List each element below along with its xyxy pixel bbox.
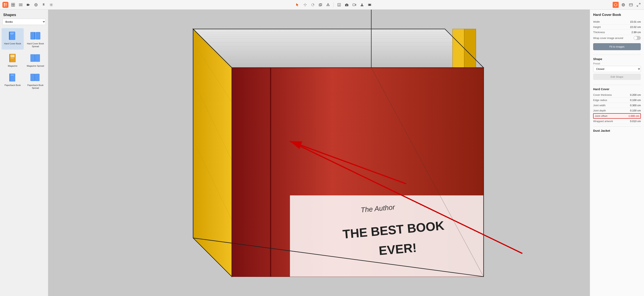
svg-rect-3 bbox=[6, 5, 7, 6]
svg-point-40 bbox=[362, 3, 362, 5]
camera-icon[interactable] bbox=[344, 2, 350, 8]
film-icon[interactable] bbox=[366, 2, 373, 8]
svg-rect-7 bbox=[13, 5, 15, 6]
preset-select[interactable]: Closed Open Half Open bbox=[593, 66, 641, 72]
joint-width-row: Joint width 0.300 cm bbox=[593, 103, 641, 108]
book-type-title: Hard Cover Book bbox=[593, 13, 641, 17]
width-row: Width 15.01 cm bbox=[593, 19, 641, 24]
section-divider-2 bbox=[593, 85, 641, 85]
menu-icon[interactable] bbox=[18, 2, 24, 8]
paperback-book-spread-icon bbox=[30, 72, 41, 83]
sun-icon[interactable] bbox=[48, 2, 54, 8]
shape-item-paperback-book[interactable]: Paperback Book bbox=[2, 70, 24, 91]
joint-offset-row: Joint offset 1.000 cm bbox=[593, 113, 641, 119]
left-panel: Shapes Books Hard Cover Book bbox=[0, 10, 48, 296]
expand-icon[interactable] bbox=[636, 2, 642, 8]
settings-icon[interactable] bbox=[40, 2, 47, 8]
height-label: Height bbox=[593, 25, 601, 28]
width-label: Width bbox=[593, 20, 600, 23]
right-toolbar bbox=[613, 2, 642, 8]
shape-item-magazine-spread[interactable]: Magazine Spread bbox=[24, 50, 47, 69]
category-select[interactable]: Books bbox=[2, 19, 46, 25]
thickness-row: Thickness 2.99 cm bbox=[593, 30, 641, 35]
svg-rect-62 bbox=[10, 55, 14, 57]
cover-thickness-label: Cover thickness bbox=[593, 93, 612, 96]
svg-marker-84 bbox=[193, 29, 232, 277]
svg-rect-67 bbox=[10, 74, 15, 81]
svg-line-25 bbox=[50, 3, 50, 4]
import-icon[interactable] bbox=[336, 2, 342, 8]
svg-rect-65 bbox=[36, 54, 40, 62]
hard-cover-book-icon bbox=[7, 30, 18, 41]
shape-item-magazine[interactable]: Magazine bbox=[2, 50, 24, 69]
scale-tool[interactable] bbox=[318, 2, 324, 8]
thickness-value: 2.99 cm bbox=[632, 31, 641, 34]
joint-offset-label: Joint offset bbox=[594, 114, 608, 117]
rotate-tool[interactable] bbox=[310, 2, 316, 8]
shape-item-paperback-book-spread[interactable]: Paperback Book Spread bbox=[24, 70, 47, 91]
app-icon[interactable] bbox=[2, 2, 8, 8]
wrapped-artwork-row: Wrapped artwork 0.010 cm bbox=[593, 119, 641, 124]
hard-cover-book-label: Hard Cover Book bbox=[4, 42, 21, 45]
width-value: 15.01 cm bbox=[630, 20, 641, 23]
svg-point-13 bbox=[34, 3, 38, 6]
user-icon[interactable] bbox=[359, 2, 365, 8]
svg-rect-1 bbox=[6, 3, 7, 4]
shape-section-title: Shape bbox=[593, 57, 641, 61]
hard-cover-book-spread-label: Hard Cover Book Spread bbox=[26, 42, 46, 48]
svg-rect-57 bbox=[30, 32, 35, 39]
svg-rect-61 bbox=[10, 54, 10, 62]
edge-radius-value: 0.100 cm bbox=[630, 99, 641, 102]
svg-rect-68 bbox=[10, 74, 10, 81]
svg-rect-5 bbox=[13, 3, 15, 4]
shapes-grid: Hard Cover Book Hard Cover Book Spread bbox=[0, 27, 48, 92]
window-icon[interactable] bbox=[628, 2, 634, 8]
paperback-book-icon bbox=[7, 72, 18, 83]
select-tool[interactable] bbox=[294, 2, 300, 8]
book-3d-view: The Author THE BEST BOOK EVER! bbox=[48, 10, 590, 296]
fit-to-images-button[interactable]: Fit to images bbox=[593, 43, 641, 50]
svg-rect-41 bbox=[368, 4, 371, 6]
wrap-label: Wrap cover image around bbox=[593, 36, 623, 39]
canvas-area[interactable]: The Author THE BEST BOOK EVER! bbox=[48, 10, 590, 296]
edge-radius-label: Edge radius bbox=[593, 99, 607, 102]
svg-point-31 bbox=[312, 3, 314, 6]
svg-line-52 bbox=[637, 5, 638, 6]
height-row: Height 22.02 cm bbox=[593, 24, 641, 30]
shape-item-hard-cover-book[interactable]: Hard Cover Book bbox=[2, 28, 24, 50]
wrapped-artwork-value: 0.010 cm bbox=[630, 120, 641, 123]
globe-icon[interactable] bbox=[620, 2, 626, 8]
video-icon[interactable] bbox=[25, 2, 31, 8]
grid-icon[interactable] bbox=[10, 2, 16, 8]
svg-rect-39 bbox=[353, 4, 355, 6]
svg-rect-9 bbox=[19, 4, 22, 5]
dust-jacket-section-title: Dust Jacket bbox=[593, 129, 641, 132]
svg-line-26 bbox=[52, 6, 53, 6]
svg-rect-58 bbox=[34, 32, 36, 39]
svg-point-14 bbox=[36, 4, 36, 5]
edge-radius-row: Edge radius 0.100 cm bbox=[593, 98, 641, 103]
3d-icon[interactable] bbox=[613, 2, 619, 8]
svg-rect-43 bbox=[368, 5, 369, 5]
target-icon[interactable] bbox=[33, 2, 39, 8]
transform-tool[interactable] bbox=[325, 2, 331, 8]
wrap-toggle[interactable] bbox=[634, 36, 641, 40]
main-layout: Shapes Books Hard Cover Book bbox=[0, 10, 644, 296]
right-panel: Hard Cover Book Width 15.01 cm Height 22… bbox=[590, 10, 644, 296]
shape-item-hard-cover-book-spread[interactable]: Hard Cover Book Spread bbox=[24, 28, 47, 50]
joint-width-value: 0.300 cm bbox=[630, 104, 641, 107]
svg-point-20 bbox=[51, 4, 52, 5]
svg-marker-30 bbox=[304, 3, 307, 6]
magazine-spread-icon bbox=[30, 52, 41, 64]
main-toolbar bbox=[0, 0, 644, 10]
svg-rect-71 bbox=[35, 74, 40, 81]
move-tool[interactable] bbox=[302, 2, 308, 8]
joint-depth-value: 0.100 cm bbox=[630, 109, 641, 112]
render-icon[interactable] bbox=[351, 2, 358, 8]
hard-cover-section-title: Hard Cover bbox=[593, 87, 641, 91]
svg-rect-54 bbox=[9, 32, 10, 40]
center-toolbar bbox=[56, 2, 611, 8]
svg-line-28 bbox=[50, 6, 50, 6]
svg-rect-42 bbox=[368, 4, 369, 4]
magazine-label: Magazine bbox=[8, 64, 18, 67]
